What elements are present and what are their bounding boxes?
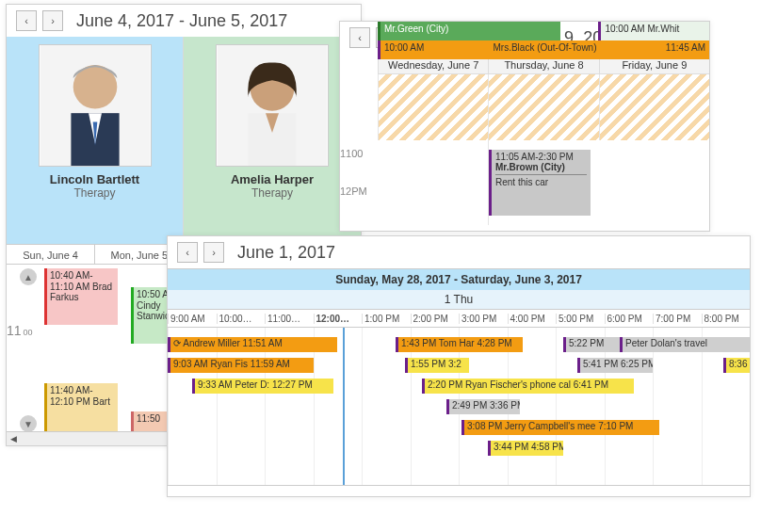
appointment[interactable]: 11:40 AM-12:10 PM Bart [44, 383, 118, 434]
appt-label: Mr.Brown (City) [495, 162, 587, 172]
appt-label: Mrs.Black (Out-Of-Town) [493, 42, 596, 57]
day-header[interactable]: Sun, June 4 [7, 245, 94, 264]
time-ruler: 1100 12PM [340, 148, 378, 223]
minute-label: 00 [351, 148, 363, 159]
resource-column-amelia: Amelia Harper Therapy [184, 37, 361, 244]
timeline-appointment[interactable]: 9:33 AM Peter D: 12:27 PM [192, 379, 333, 394]
hour-header[interactable]: 1:00 PM [362, 314, 411, 324]
appointment[interactable]: 10:00 AM Mr.Whit [598, 22, 708, 40]
day-band[interactable]: 1 Thu [168, 290, 750, 309]
resource-name: Lincoln Bartlett [14, 172, 175, 186]
scheduler-timeline-view: June 1, 2017 Sunday, May 28, 2017 - Satu… [167, 235, 751, 497]
timeline-appointment[interactable]: Peter Dolan's travel [620, 337, 750, 352]
timeline-appointment[interactable]: 9:03 AM Ryan Fis 11:59 AM [168, 358, 314, 373]
timeline-appointment[interactable]: 2:49 PM 3:36 PM [446, 399, 520, 414]
panel1-header: June 4, 2017 - June 5, 2017 [7, 5, 361, 37]
hour-header[interactable]: 7:00 PM [653, 314, 702, 324]
appointment-out-of-office[interactable]: 11:05 AM-2:30 PM Mr.Brown (City) Rent th… [489, 150, 591, 216]
resource-header-row: Lincoln Bartlett Therapy Amelia Harper T… [7, 37, 361, 244]
panel2-body[interactable]: 1100 12PM 11:05 AM-2:30 PM Mr.Brown (Cit… [340, 74, 709, 225]
hour-header[interactable]: 6:00 PM [605, 314, 654, 324]
hour-header-row: 9:00 AM 10:00… 11:00… 12:00… 1:00 PM 2:0… [168, 309, 750, 328]
all-day-row-0: Mr.Green (City) 10:00 AM Mr.Whit [378, 22, 709, 40]
appt-time: 11:05 AM-2:30 PM [495, 152, 587, 162]
appointment[interactable]: 10:00 AM Mrs.Black (Out-Of-Town) 11:45 A… [378, 40, 709, 59]
hour-label: 11 [7, 323, 22, 338]
next-button[interactable] [203, 242, 224, 263]
appt-end: 11:45 AM [666, 42, 705, 57]
timeline-appointment[interactable]: ⟳ Andrew Miller 11:51 AM [168, 337, 337, 352]
hour-header[interactable]: 2:00 PM [411, 314, 460, 324]
hour-header[interactable]: 11:00… [265, 314, 314, 324]
hour-header[interactable]: 9:00 AM [168, 314, 217, 324]
all-day-row-1: 10:00 AM Mrs.Black (Out-Of-Town) 11:45 A… [378, 40, 709, 59]
hour-header[interactable]: 5:00 PM [556, 314, 605, 324]
prev-button[interactable] [177, 242, 198, 263]
appointment[interactable]: Mr.Green (City) [378, 22, 560, 40]
resource-column-lincoln: Lincoln Bartlett Therapy [7, 37, 184, 244]
hour-header[interactable]: 3:00 PM [459, 314, 508, 324]
timeline-appointment[interactable]: 5:22 PM [563, 337, 620, 352]
timeline-appointment[interactable]: 5:41 PM 6:25 PM [577, 358, 653, 373]
appt-start: 10:00 AM [384, 42, 424, 57]
appointment[interactable]: 10:40 AM-11:10 AM Brad Farkus [44, 268, 118, 325]
current-time-indicator [343, 328, 345, 485]
scroll-left-button[interactable]: ◀ [7, 432, 20, 445]
panel3-title: June 1, 2017 [237, 243, 335, 263]
resource-name: Amelia Harper [191, 172, 353, 186]
timeline-appointment[interactable]: 3:44 PM 4:58 PM [488, 441, 563, 456]
prev-button[interactable] [349, 27, 370, 48]
panel3-header: June 1, 2017 [168, 236, 750, 268]
timeline-surface[interactable]: ⟳ Andrew Miller 11:51 AM1:43 PM Tom Har … [168, 328, 750, 486]
timeline-appointment[interactable]: 8:36 [723, 358, 750, 373]
week-range-band[interactable]: Sunday, May 28, 2017 - Saturday, June 3,… [168, 268, 750, 290]
hour-header[interactable]: 8:00 PM [702, 314, 751, 324]
day-column[interactable] [599, 74, 709, 140]
hour-header[interactable]: 4:00 PM [508, 314, 557, 324]
timeline-appointment[interactable]: 1:43 PM Tom Har 4:28 PM [396, 337, 523, 352]
avatar [39, 44, 152, 167]
appt-note: Rent this car [495, 174, 587, 187]
resource-role: Therapy [191, 186, 353, 200]
panel1-title: June 4, 2017 - June 5, 2017 [76, 11, 287, 31]
timeline-appointment[interactable]: 1:55 PM 3:2 [405, 358, 469, 373]
minute-label: PM [351, 185, 367, 197]
scheduler-week-view: June 7, 2017 - June 9, 2017 Wednesday, J… [339, 21, 710, 232]
resource-role: Therapy [14, 186, 175, 200]
prev-button[interactable] [16, 10, 37, 31]
hour-label: 12 [340, 185, 351, 197]
timeline-appointment[interactable]: 2:20 PM Ryan Fischer's phone cal 6:41 PM [422, 379, 634, 394]
minute-label: 00 [24, 328, 33, 337]
timeline-appointment[interactable]: 3:08 PM Jerry Campbell's mee 7:10 PM [461, 420, 659, 435]
avatar [216, 44, 329, 167]
day-column[interactable] [378, 74, 488, 140]
hour-header[interactable]: 10:00… [217, 314, 266, 324]
next-button[interactable] [42, 10, 63, 31]
scroll-down-button[interactable]: ▼ [20, 415, 37, 432]
hour-header[interactable]: 12:00… [314, 314, 363, 324]
time-ruler: 1100 [7, 265, 48, 379]
hour-label: 11 [340, 148, 351, 159]
